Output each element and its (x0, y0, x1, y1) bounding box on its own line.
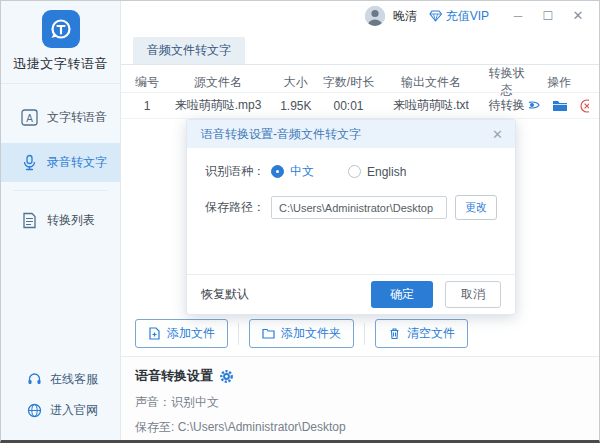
app-name: 迅捷文字转语音 (1, 48, 120, 83)
sidebar-divider (13, 190, 108, 191)
preview-eye-icon[interactable] (529, 99, 540, 113)
settings-panel-title: 语音转换设置 (135, 367, 213, 385)
tab-row: 音频文件转文字 (121, 31, 599, 65)
radio-english[interactable]: English (348, 165, 406, 179)
save-path-row: 保存路径： 更改 (205, 195, 497, 220)
list-file-icon (21, 212, 38, 229)
save-path-input[interactable] (271, 196, 447, 219)
topbar: 晚清 充值VIP ─ ☐ ✕ (121, 1, 599, 31)
main-area: 晚清 充值VIP ─ ☐ ✕ 音频文件转文字 编号 源文件名 大小 字数/时长 … (121, 1, 599, 440)
maximize-button[interactable]: ☐ (537, 1, 559, 31)
button-separator (238, 323, 239, 345)
vip-label: 充值VIP (446, 8, 489, 25)
language-row: 识别语种： 中文 English (205, 163, 497, 180)
add-folder-button[interactable]: 添加文件夹 (249, 319, 354, 348)
microphone-icon (21, 154, 38, 171)
clear-files-button[interactable]: 清空文件 (375, 319, 468, 348)
globe-icon (27, 403, 42, 418)
minimize-button[interactable]: ─ (507, 1, 529, 31)
table-header: 编号 源文件名 大小 字数/时长 输出文件名 转换状态 操作 (121, 65, 599, 93)
delete-icon[interactable] (580, 99, 589, 113)
radio-chinese-label: 中文 (290, 163, 314, 180)
sidebar-divider (1, 83, 120, 84)
online-support-link[interactable]: 在线客服 (1, 364, 120, 395)
change-path-button[interactable]: 更改 (455, 195, 497, 220)
dialog-title: 语音转换设置-音频文件转文字 (201, 126, 490, 143)
official-site-label: 进入官网 (50, 402, 98, 419)
col-header-size: 大小 (273, 74, 319, 91)
table-row[interactable]: 1 来啦萌萌哒.mp3 1.95K 00:01 来啦萌萌哒.txt 待转换 (121, 93, 599, 119)
logo-wrap (1, 1, 120, 48)
text-a-icon: A (21, 109, 38, 126)
restore-defaults-link[interactable]: 恢复默认 (201, 286, 371, 303)
radio-chinese[interactable]: 中文 (271, 163, 314, 180)
cell-no: 1 (131, 99, 163, 113)
language-label: 识别语种： (205, 163, 271, 180)
username[interactable]: 晚清 (393, 8, 417, 25)
voice-setting-line: 声音：识别中文 (135, 394, 585, 411)
dialog-footer: 恢复默认 确定 取消 (187, 274, 515, 314)
settings-dialog: 语音转换设置-音频文件转文字 ✕ 识别语种： 中文 (186, 119, 516, 315)
headset-icon (27, 372, 42, 387)
settings-panel: 语音转换设置 声音：识别中文 保存至: C:\Users\Administrat… (121, 357, 599, 443)
cell-output: 来啦萌萌哒.txt (378, 97, 483, 114)
avatar[interactable] (365, 6, 385, 26)
action-buttons: 添加文件 添加文件夹 清空文件 (121, 315, 599, 356)
sidebar: 迅捷文字转语音 A 文字转语音 录音转文字 转换列表 (1, 1, 121, 440)
cell-status: 待转换 (484, 97, 530, 114)
sidebar-item-label: 录音转文字 (47, 154, 107, 171)
official-site-link[interactable]: 进入官网 (1, 395, 120, 426)
col-header-source: 源文件名 (163, 74, 273, 91)
save-path-label: 保存路径： (205, 199, 271, 216)
add-folder-label: 添加文件夹 (281, 325, 341, 342)
gear-icon[interactable] (219, 369, 234, 384)
main-body: 音频文件转文字 编号 源文件名 大小 字数/时长 输出文件名 转换状态 操作 1… (121, 31, 599, 443)
cancel-button[interactable]: 取消 (445, 281, 501, 308)
open-folder-icon[interactable] (552, 99, 568, 113)
tab-audio-to-text[interactable]: 音频文件转文字 (133, 37, 245, 64)
col-header-duration: 字数/时长 (319, 74, 379, 91)
sidebar-item-label: 转换列表 (47, 212, 95, 229)
ok-button[interactable]: 确定 (371, 281, 433, 308)
sidebar-footer: 在线客服 进入官网 (1, 364, 120, 440)
svg-text:A: A (26, 113, 33, 124)
dialog-body: 识别语种： 中文 English (187, 148, 515, 274)
online-support-label: 在线客服 (50, 371, 98, 388)
dialog-close-icon[interactable]: ✕ (490, 127, 505, 142)
dialog-header: 语音转换设置-音频文件转文字 ✕ (187, 120, 515, 148)
radio-checked-icon (271, 165, 284, 178)
sidebar-item-label: 文字转语音 (47, 109, 107, 126)
add-file-label: 添加文件 (167, 325, 215, 342)
settings-panel-title-row: 语音转换设置 (135, 367, 585, 385)
add-file-button[interactable]: 添加文件 (135, 319, 228, 348)
cell-source: 来啦萌萌哒.mp3 (163, 97, 273, 114)
sidebar-item-conversion-list[interactable]: 转换列表 (1, 201, 120, 240)
col-header-operation: 操作 (529, 74, 589, 91)
language-radio-group: 中文 English (271, 163, 406, 180)
file-plus-icon (148, 327, 161, 340)
cell-duration: 00:01 (319, 99, 379, 113)
row-operations (529, 99, 589, 113)
button-separator (364, 323, 365, 345)
trash-icon (388, 327, 401, 340)
clear-files-label: 清空文件 (407, 325, 455, 342)
radio-english-label: English (367, 165, 406, 179)
app-window: 迅捷文字转语音 A 文字转语音 录音转文字 转换列表 (0, 0, 600, 443)
close-button[interactable]: ✕ (567, 1, 589, 31)
folder-plus-icon (262, 327, 275, 340)
col-header-output: 输出文件名 (378, 74, 483, 91)
sidebar-item-text-to-speech[interactable]: A 文字转语音 (1, 98, 120, 137)
diamond-icon (429, 10, 442, 22)
col-header-no: 编号 (131, 74, 163, 91)
app-logo-icon (42, 10, 80, 48)
save-path-line: 保存至: C:\Users\Administrator\Desktop (135, 419, 585, 436)
recharge-vip-button[interactable]: 充值VIP (429, 8, 489, 25)
sidebar-item-recording-to-text[interactable]: 录音转文字 (1, 143, 120, 182)
radio-unchecked-icon (348, 165, 361, 178)
sidebar-spacer (1, 246, 120, 364)
cell-size: 1.95K (273, 99, 319, 113)
